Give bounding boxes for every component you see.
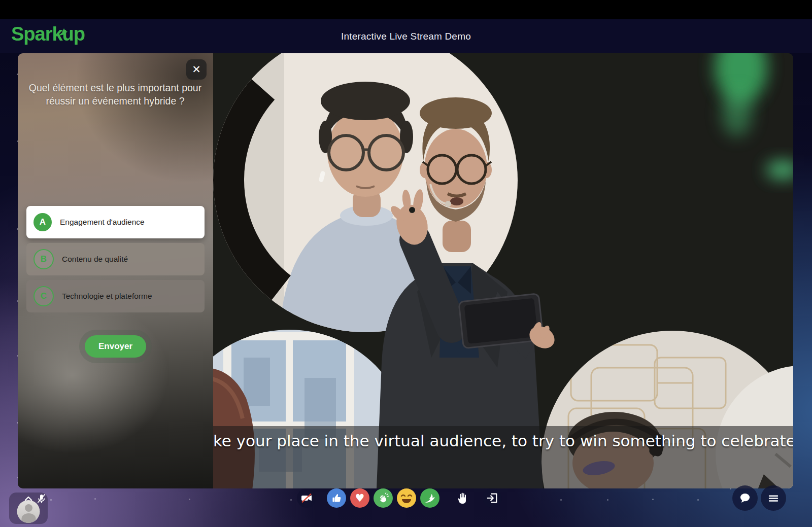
option-a-badge: A [33,213,52,231]
option-c-badge: C [33,286,54,306]
camera-off-icon[interactable] [297,488,316,508]
close-icon[interactable]: ✕ [186,59,207,80]
poll-options: A Engagement d'audience B Contenu de qua… [26,206,205,312]
avatar [17,500,40,523]
option-a-label: Engagement d'audience [60,218,145,227]
poll-option-c[interactable]: C Technologie et plateforme [26,280,205,312]
menu-icon[interactable] [761,485,786,511]
top-black-strip [0,0,812,19]
stage: ✕ Quel élément est le plus important pou… [18,53,793,488]
header-bar: Sparkup Interactive Live Stream Demo [0,19,812,53]
submit-vote-button[interactable]: Envoyer [85,335,146,358]
enter-stage-icon[interactable] [483,488,502,508]
option-b-label: Contenu de qualité [62,255,128,264]
subtitle-text: ke your place in the virtual audience, t… [213,432,793,450]
option-b-badge: B [33,249,54,269]
mic-off-icon [37,494,46,506]
sparkup-bird-icon[interactable] [420,488,439,508]
video-scene [213,53,793,488]
heart-icon[interactable]: ♥ [350,488,369,508]
option-c-label: Technologie et plateforme [62,292,152,301]
self-view-tile[interactable] [9,493,48,524]
live-video: ke your place in the virtual audience, t… [213,53,793,488]
subtitle-band: ke your place in the virtual audience, t… [213,426,793,488]
poll-question: Quel élément est le plus important pour … [25,81,206,108]
tablet [459,294,544,348]
raise-hand-icon[interactable] [453,488,472,508]
laugh-emoji-icon[interactable] [397,488,416,508]
chat-bubble-icon[interactable] [732,485,758,511]
poll-option-b[interactable]: B Contenu de qualité [26,243,205,275]
right-toolbar [732,485,786,511]
poll-panel: ✕ Quel élément est le plus important pou… [18,53,213,488]
poll-option-a[interactable]: A Engagement d'audience [26,206,205,238]
clap-icon[interactable] [374,488,393,508]
reaction-toolbar: ♥ [297,488,502,508]
page-title: Interactive Live Stream Demo [0,19,812,53]
thumbs-up-icon[interactable] [327,488,346,508]
